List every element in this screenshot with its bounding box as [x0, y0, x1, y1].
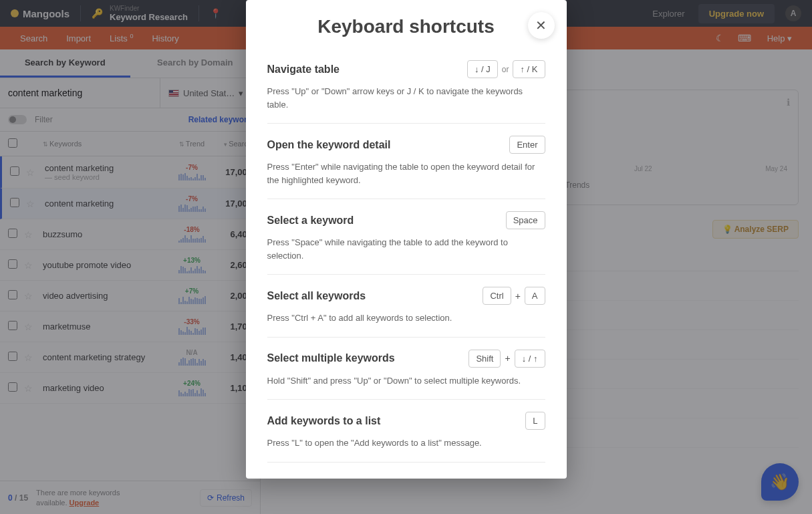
key: Shift	[468, 350, 501, 368]
shortcut-title: Select all keywords	[267, 290, 366, 302]
key: Enter	[509, 136, 545, 154]
shortcut-description: Press "Space" while navigating the table…	[267, 236, 545, 262]
modal-title: Keyboard shortcuts	[246, 0, 567, 48]
shortcut-keys: Enter	[509, 136, 545, 154]
shortcut-description: Press "L" to open the "Add keywords to a…	[267, 436, 545, 450]
modal-overlay[interactable]: ✕ Keyboard shortcuts Navigate table ↓ / …	[0, 0, 812, 514]
key: ↑ / K	[513, 60, 545, 78]
close-button[interactable]: ✕	[528, 12, 555, 39]
shortcut-title: Add keywords to a list	[267, 415, 381, 427]
shortcut-title: Navigate table	[267, 63, 340, 76]
shortcut-title: Select a keyword	[267, 215, 354, 227]
shortcut-description: Press "Up" or "Down" arrow keys or J / K…	[267, 85, 545, 111]
shortcut-description: Press "Ctrl + A" to add all keywords to …	[267, 311, 545, 325]
shortcut-title: Select multiple keywords	[267, 352, 395, 364]
shortcut-description: Press "Enter" while navigating the table…	[267, 160, 545, 186]
shortcut-section: Select multiple keywords Shift+↓ / ↑ Hol…	[267, 338, 545, 400]
keyboard-shortcuts-modal: ✕ Keyboard shortcuts Navigate table ↓ / …	[246, 0, 567, 479]
shortcut-keys: Shift+↓ / ↑	[468, 350, 545, 368]
shortcut-section: Select all keywords Ctrl+A Press "Ctrl +…	[267, 275, 545, 338]
shortcut-keys: Ctrl+A	[483, 287, 545, 305]
shortcut-keys: ↓ / Jor↑ / K	[467, 60, 545, 78]
shortcut-description: Hold "Shift" and press "Up" or "Down" to…	[267, 374, 545, 388]
shortcut-section: Select a keyword Space Press "Space" whi…	[267, 199, 545, 275]
shortcut-section: Add keywords to a list L Press "L" to op…	[267, 400, 545, 463]
shortcut-keys: Space	[506, 211, 545, 229]
key: Space	[506, 211, 545, 229]
key: ↓ / ↑	[515, 350, 545, 368]
shortcut-title: Open the keyword detail	[267, 139, 391, 151]
shortcut-keys: L	[525, 412, 545, 430]
key: Ctrl	[483, 287, 511, 305]
shortcut-section: Navigate table ↓ / Jor↑ / K Press "Up" o…	[267, 48, 545, 124]
key: L	[525, 412, 545, 430]
key: ↓ / J	[467, 60, 498, 78]
modal-body: Navigate table ↓ / Jor↑ / K Press "Up" o…	[246, 48, 567, 479]
close-icon: ✕	[535, 17, 547, 33]
key: A	[525, 287, 545, 305]
shortcut-section: Open the keyword detail Enter Press "Ent…	[267, 124, 545, 199]
